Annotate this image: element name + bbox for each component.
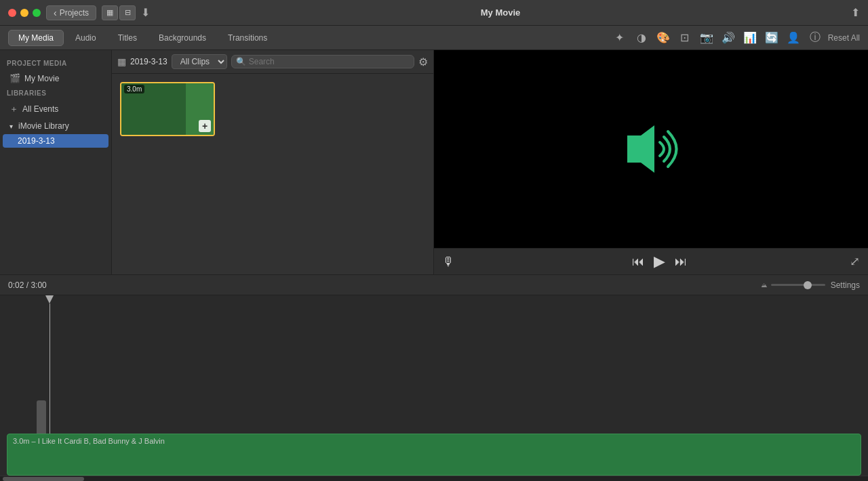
- traffic-lights: [8, 9, 41, 17]
- app-body: PROJECT MEDIA 🎬 My Movie LIBRARIES ＋ All…: [0, 50, 868, 481]
- toolbar-tabs: My Media Audio Titles Backgrounds Transi…: [8, 30, 277, 46]
- sidebar-item-date[interactable]: 2019-3-13: [3, 134, 108, 148]
- minimize-button[interactable]: [20, 9, 28, 17]
- sidebar-item-imovie-library[interactable]: ▾ iMovie Library: [3, 119, 108, 133]
- camera-icon[interactable]: 📷: [698, 29, 715, 47]
- play-button[interactable]: ▶: [654, 253, 665, 270]
- total-time: 3:00: [31, 280, 46, 290]
- sidebar-item-my-movie[interactable]: 🎬 My Movie: [3, 70, 108, 86]
- sidebar-item-all-events[interactable]: ＋ All Events: [3, 100, 108, 118]
- preview-video: [434, 50, 868, 248]
- preview-panel: 🎙 ⏮ ▶ ⏭ ⤢: [434, 50, 868, 274]
- add-icon: ＋: [9, 103, 18, 115]
- titlebar-right: ⬆: [851, 6, 860, 19]
- clip-item[interactable]: 3.0m +: [120, 82, 215, 136]
- mic-button[interactable]: 🎙: [442, 255, 454, 269]
- noise-icon[interactable]: 👤: [785, 29, 802, 47]
- magic-wand-icon[interactable]: ✦: [611, 29, 629, 47]
- clip-duration-badge: 3.0m: [124, 85, 144, 93]
- preview-controls-left: 🎙: [442, 255, 469, 269]
- timeline-tracks: 3.0m – I Like It Cardi B, Bad Bunny & J …: [0, 295, 868, 476]
- timeline-scrollbar[interactable]: [0, 476, 868, 481]
- sidebar-all-events-label: All Events: [22, 104, 58, 114]
- grid-view-button[interactable]: ▦: [102, 5, 118, 20]
- zoom-slider-track[interactable]: [771, 284, 825, 286]
- crop-icon[interactable]: ⊡: [676, 29, 694, 47]
- list-view-button[interactable]: ⊟: [119, 5, 136, 20]
- timeline-settings-right: ⛰ Settings: [761, 280, 860, 290]
- current-time: 0:02: [8, 280, 24, 290]
- share-button[interactable]: ⬆: [851, 6, 860, 19]
- media-date-label: 2019-3-13: [130, 57, 167, 66]
- window-title: My Movie: [481, 7, 521, 18]
- tab-audio[interactable]: Audio: [65, 30, 106, 46]
- tab-titles[interactable]: Titles: [108, 30, 147, 46]
- preview-controls-right: ⤢: [850, 254, 860, 269]
- skip-back-button[interactable]: ⏮: [632, 255, 644, 269]
- media-browser-toolbar: ▦ 2019-3-13 All Clips 🔍 ⚙: [112, 50, 433, 74]
- titlebar: Projects ▦ ⊟ ⬇ My Movie ⬆: [0, 0, 868, 26]
- toolbar: My Media Audio Titles Backgrounds Transi…: [0, 26, 868, 50]
- info-icon[interactable]: ⓘ: [806, 29, 824, 47]
- app-middle: PROJECT MEDIA 🎬 My Movie LIBRARIES ＋ All…: [0, 50, 868, 274]
- audio-track-label: 3.0m – I Like It Cardi B, Bad Bunny & J …: [13, 437, 855, 445]
- svg-marker-0: [627, 125, 654, 173]
- tab-transitions[interactable]: Transitions: [218, 30, 277, 46]
- sidebar-library-label: iMovie Library: [18, 121, 69, 131]
- stabilize-icon[interactable]: 🔄: [763, 29, 781, 47]
- skip-forward-button[interactable]: ⏭: [675, 255, 687, 269]
- reset-all-button[interactable]: Reset All: [828, 33, 860, 43]
- nav-down-arrow[interactable]: ⬇: [141, 6, 150, 19]
- color-icon[interactable]: 🎨: [654, 29, 672, 47]
- media-browser: ▦ 2019-3-13 All Clips 🔍 ⚙ 3.0m: [112, 50, 434, 274]
- media-grid-icon[interactable]: ▦: [117, 56, 126, 67]
- preview-video-content: [434, 50, 868, 248]
- sidebar: PROJECT MEDIA 🎬 My Movie LIBRARIES ＋ All…: [0, 50, 112, 274]
- color-balance-icon[interactable]: ◑: [633, 29, 650, 47]
- clip-add-button[interactable]: +: [199, 120, 211, 132]
- search-input[interactable]: [249, 57, 410, 66]
- maximize-button[interactable]: [33, 9, 41, 17]
- project-media-label: PROJECT MEDIA: [0, 57, 111, 70]
- preview-controls: 🎙 ⏮ ▶ ⏭ ⤢: [434, 248, 868, 274]
- zoom-small-icon: ⛰: [761, 282, 767, 289]
- projects-button[interactable]: Projects: [46, 5, 96, 20]
- timeline-timecode: 0:02 / 3:00: [8, 280, 47, 290]
- titlebar-left: Projects ▦ ⊟ ⬇: [8, 5, 150, 20]
- scrollbar-thumb[interactable]: [3, 477, 84, 481]
- timeline-settings-button[interactable]: Settings: [831, 280, 860, 290]
- clip-part-dark: 3.0m: [121, 83, 186, 135]
- view-toggle-group: ▦ ⊟: [102, 5, 136, 20]
- zoom-slider: ⛰: [761, 282, 825, 289]
- tab-backgrounds[interactable]: Backgrounds: [149, 30, 216, 46]
- zoom-slider-thumb[interactable]: [804, 281, 812, 289]
- speed-icon[interactable]: 📊: [741, 29, 759, 47]
- audio-track[interactable]: 3.0m – I Like It Cardi B, Bad Bunny & J …: [7, 434, 861, 476]
- audio-track-row: 3.0m – I Like It Cardi B, Bad Bunny & J …: [0, 434, 868, 476]
- preview-controls-center: ⏮ ▶ ⏭: [632, 253, 687, 270]
- tab-my-media[interactable]: My Media: [8, 30, 64, 46]
- timeline-area: 0:02 / 3:00 ⛰ Settings: [0, 274, 868, 481]
- timeline-empty-area: [0, 295, 868, 444]
- speaker-animation-icon: [614, 122, 688, 176]
- clip-part-light: +: [186, 83, 214, 135]
- timeline-scrubber-bar[interactable]: [37, 400, 46, 438]
- sidebar-my-movie-label: My Movie: [24, 74, 59, 83]
- media-clips-area: 3.0m +: [112, 74, 433, 274]
- media-search-box: 🔍: [231, 55, 414, 68]
- fullscreen-button[interactable]: ⤢: [850, 254, 860, 269]
- clip-thumbnail: 3.0m +: [121, 83, 214, 135]
- movie-icon: 🎬: [9, 73, 20, 83]
- media-settings-icon[interactable]: ⚙: [418, 56, 428, 68]
- toolbar-right-icons: ✦ ◑ 🎨 ⊡ 📷 🔊 📊 🔄 👤 ⓘ Reset All: [611, 29, 860, 47]
- audio-icon[interactable]: 🔊: [719, 29, 737, 47]
- chevron-down-icon: ▾: [9, 123, 13, 130]
- media-filter-select[interactable]: All Clips: [172, 54, 227, 69]
- timeline-header: 0:02 / 3:00 ⛰ Settings: [0, 275, 868, 295]
- close-button[interactable]: [8, 9, 16, 17]
- libraries-label: LIBRARIES: [0, 87, 111, 100]
- search-icon: 🔍: [236, 57, 246, 66]
